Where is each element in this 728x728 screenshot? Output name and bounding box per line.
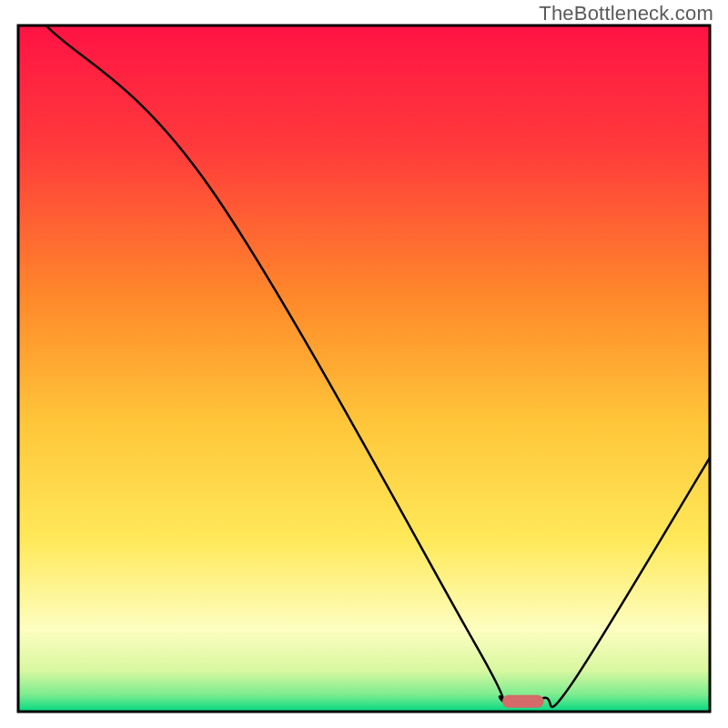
bottleneck-chart <box>0 0 728 728</box>
chart-background <box>18 25 710 712</box>
optimal-marker <box>502 695 544 708</box>
